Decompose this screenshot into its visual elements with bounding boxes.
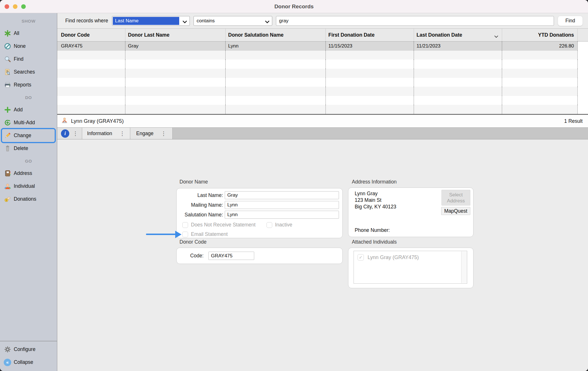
results-table-body: GRAY475 Gray Lynn 11/15/2023 11/21/2023 … [57, 42, 588, 114]
sidebar-item-add[interactable]: Add [0, 103, 57, 116]
tab-info[interactable]: i ⋮ [57, 128, 82, 139]
minimize-window-button[interactable] [13, 4, 17, 9]
attached-individual-name: Lynn Gray (GRAY475) [368, 254, 419, 261]
table-row-selected[interactable]: GRAY475 Gray Lynn 11/15/2023 11/21/2023 … [57, 42, 588, 51]
tab-strip: i ⋮ Information ⋮ Engage ⋮ [57, 128, 588, 139]
mailing-name-label: Mailing Name: [179, 202, 225, 208]
donor-code-panel: Code: [176, 248, 343, 264]
cell-ytd-donations: 226.80 [502, 42, 577, 51]
sidebar-section-go: GO [0, 155, 57, 167]
sidebar: SHOW All None Find [0, 13, 57, 371]
attached-individuals-section-label: Attached Individuals [352, 239, 397, 245]
sidebar-item-collapse[interactable]: « Collapse [0, 356, 57, 369]
column-header-last-donation-date[interactable]: Last Donation Date [414, 29, 502, 41]
content: Find records where Last Name contains Fi… [57, 13, 588, 371]
search-bar: Find records where Last Name contains Fi… [57, 13, 588, 29]
attached-individual-checkbox[interactable]: ✓ [358, 254, 364, 261]
donor-name-section-label: Donor Name [179, 179, 208, 185]
table-row-empty [57, 105, 588, 114]
address-book-icon [4, 170, 11, 177]
sidebar-item-find[interactable]: Find [0, 53, 57, 66]
cell-first-donation-date: 11/15/2023 [325, 42, 414, 51]
operator-dropdown-value: contains [197, 18, 215, 24]
cell-donor-last-name: Gray [125, 42, 225, 51]
sidebar-item-searches[interactable]: Searches [0, 66, 57, 78]
search-document-icon [4, 68, 11, 76]
column-header-spacer [577, 29, 588, 41]
person-icon [4, 183, 11, 190]
mailing-name-field[interactable] [225, 201, 339, 209]
titlebar: Donor Records [0, 0, 588, 13]
tab-information[interactable]: Information ⋮ [82, 128, 130, 139]
table-row-empty [57, 87, 588, 96]
code-field[interactable] [208, 252, 254, 260]
table-row-empty [57, 51, 588, 60]
column-header-first-donation-date[interactable]: First Donation Date [325, 29, 414, 41]
tab-options-icon[interactable]: ⋮ [161, 131, 166, 136]
sidebar-item-multi-add[interactable]: Multi-Add [0, 116, 57, 129]
address-information-panel: Lynn Gray 123 Main St Big City, KY 40123… [348, 188, 473, 237]
traffic-lights [5, 0, 26, 13]
column-header-donor-code[interactable]: Donor Code [57, 29, 125, 41]
attached-individuals-list: ✓ Lynn Gray (GRAY475) [354, 251, 467, 284]
person-at-desk-icon [61, 117, 68, 126]
does-not-receive-statement-label: Does Not Receive Statement [191, 222, 256, 228]
plus-icon [4, 106, 11, 114]
cell-last-donation-date: 11/21/2023 [414, 42, 502, 51]
donor-code-section-label: Donor Code [179, 239, 206, 245]
magnifier-icon [4, 56, 11, 63]
annotation-arrow [146, 231, 181, 238]
tab-options-icon[interactable]: ⋮ [120, 131, 125, 136]
results-table-header: Donor Code Donor Last Name Donor Salutat… [57, 29, 588, 42]
none-icon [4, 43, 11, 50]
zoom-window-button[interactable] [21, 4, 26, 9]
donation-hand-icon [4, 196, 11, 203]
address-information-section-label: Address Information [352, 179, 397, 185]
column-header-donor-salutation-name[interactable]: Donor Salutation Name [225, 29, 325, 41]
sidebar-item-configure[interactable]: Configure [0, 343, 57, 356]
select-address-button[interactable]: Select Address [441, 190, 470, 206]
column-header-ytd-donations[interactable]: YTD Donations [502, 29, 577, 41]
table-row-empty [57, 60, 588, 69]
email-statement-checkbox[interactable] [182, 232, 188, 237]
email-statement-label: Email Statement [191, 231, 228, 237]
does-not-receive-statement-checkbox[interactable] [182, 222, 188, 228]
last-name-label: Last Name: [179, 192, 225, 198]
inactive-checkbox[interactable] [267, 222, 272, 228]
sidebar-item-none[interactable]: None [0, 40, 57, 53]
sidebar-section-do: DO [0, 91, 57, 103]
result-count: 1 Result [564, 118, 583, 124]
sidebar-item-donations[interactable]: Donations [0, 193, 57, 206]
scrollbar-track[interactable] [461, 251, 467, 283]
tab-engage[interactable]: Engage ⋮ [130, 128, 173, 139]
asterisk-icon [4, 30, 11, 37]
table-row-empty [57, 69, 588, 78]
sidebar-item-reports[interactable]: Reports [0, 78, 57, 91]
sidebar-item-all[interactable]: All [0, 27, 57, 40]
find-records-label: Find records where [65, 18, 108, 24]
sidebar-item-delete[interactable]: Delete [0, 142, 57, 155]
record-title: Lynn Gray (GRAY475) [71, 118, 124, 124]
salutation-name-field[interactable] [225, 211, 339, 219]
close-window-button[interactable] [5, 4, 9, 9]
cell-donor-code: GRAY475 [57, 42, 125, 51]
table-row-empty [57, 78, 588, 87]
column-header-donor-last-name[interactable]: Donor Last Name [125, 29, 225, 41]
salutation-name-row: Salutation Name: [179, 211, 339, 219]
record-header-bar: Lynn Gray (GRAY475) 1 Result [57, 114, 588, 128]
last-name-field[interactable] [225, 191, 339, 199]
search-query-input[interactable] [276, 16, 554, 26]
info-icon: i [61, 129, 69, 138]
mapquest-button[interactable]: MapQuest [441, 207, 470, 215]
list-item[interactable]: ✓ Lynn Gray (GRAY475) [354, 251, 467, 261]
field-dropdown[interactable]: Last Name [112, 16, 190, 26]
sidebar-item-individual[interactable]: Individual [0, 180, 57, 193]
sidebar-item-change[interactable]: Change [0, 129, 57, 142]
inactive-label: Inactive [275, 222, 292, 228]
tab-options-icon[interactable]: ⋮ [73, 131, 78, 136]
sidebar-item-address[interactable]: Address [0, 167, 57, 180]
find-button[interactable]: Find [558, 16, 583, 26]
chevron-down-icon [265, 19, 270, 22]
record-detail: Donor Name Last Name: Mailing Name: Salu… [57, 139, 588, 371]
operator-dropdown[interactable]: contains [194, 16, 272, 26]
